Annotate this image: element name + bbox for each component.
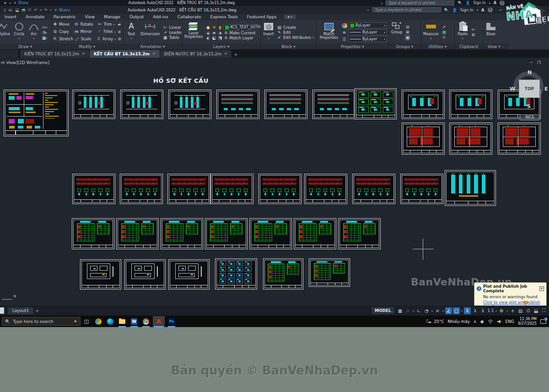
color-wheel-icon[interactable] xyxy=(342,23,347,28)
drawing-sheet[interactable] xyxy=(402,90,445,119)
panel-label-groups[interactable]: Groups▼ xyxy=(389,43,420,49)
redo-dropdown-icon[interactable]: ▾ xyxy=(50,8,51,11)
mirror-button[interactable]: ⋈Mirror xyxy=(74,29,96,34)
stretch-button[interactable]: ⇱Stretch xyxy=(53,37,73,41)
fillet-button[interactable]: ◜Fillet▾ xyxy=(97,29,116,34)
new-file-icon[interactable]: ▯ xyxy=(4,8,6,12)
viewport-control-label[interactable]: m View][2D Wireframe] xyxy=(1,60,49,65)
undo-icon[interactable]: ↶ xyxy=(34,8,37,12)
drawing-sheet[interactable] xyxy=(116,218,159,249)
drawing-sheet[interactable] xyxy=(445,170,496,206)
layer-dropdown[interactable]: KCS_TEXT_SOTHEP ▾ xyxy=(223,24,261,30)
file-tab-close-icon[interactable]: ✕ xyxy=(224,52,227,56)
ribbon-display-toggle[interactable]: ▪ ▾ xyxy=(284,15,296,19)
layer-state-icon-3[interactable]: ⬗ xyxy=(217,31,222,35)
ortho-mode-icon[interactable]: ∟ xyxy=(415,307,422,314)
drawing-sheet[interactable] xyxy=(304,174,347,204)
notification-center-button[interactable] xyxy=(540,319,546,324)
linetype-dropdown[interactable]: ByLayer▾ xyxy=(348,36,387,42)
osnap-tracking-icon[interactable]: ∠ xyxy=(445,307,452,314)
array-button[interactable]: ⠿Array▾ xyxy=(97,37,116,41)
block-edit-button[interactable]: ✎Edit xyxy=(277,30,314,35)
drawing-sheet[interactable] xyxy=(263,258,303,290)
drawing-canvas[interactable]: m View][2D Wireframe] ─ ❐ HỒ SƠ KẾT CẤU … xyxy=(0,58,549,306)
layer-state-icon-1[interactable]: ⬙ xyxy=(205,31,210,35)
move-button[interactable]: ✥Move xyxy=(53,22,73,27)
ribbon-tab-output[interactable]: Output xyxy=(125,14,148,20)
edit-attributes-button[interactable]: ✔Edit Attributes▾ xyxy=(277,35,314,40)
polyline-button[interactable]: Polyline xyxy=(0,21,11,43)
lineweight-icon[interactable]: ≡ xyxy=(342,30,347,35)
save-icon[interactable]: ⬓ xyxy=(15,8,19,12)
match-properties-button[interactable]: Match Properties xyxy=(318,21,340,43)
drawing-sheet[interactable] xyxy=(120,90,163,119)
drawing-sheet[interactable] xyxy=(210,174,253,204)
drawing-sheet[interactable] xyxy=(4,90,69,136)
group-edit-icon[interactable]: ⊞ xyxy=(405,30,410,34)
offset-icon[interactable]: ⊜ xyxy=(117,37,122,41)
copy-button[interactable]: ⧉Copy xyxy=(53,29,73,34)
drawing-sheet[interactable] xyxy=(449,123,492,155)
copilot-button[interactable] xyxy=(92,316,104,327)
drawing-sheet[interactable] xyxy=(449,90,492,119)
drawing-sheet[interactable] xyxy=(161,218,203,249)
layer-state-icon-6[interactable]: ⬔ xyxy=(217,36,222,40)
text-button[interactable]: A Text▾ xyxy=(125,21,138,43)
drawing-sheet[interactable] xyxy=(258,174,301,204)
task-view-button[interactable]: ◫ xyxy=(81,316,92,327)
dimension-button[interactable]: ✳ Dimension xyxy=(140,21,161,43)
drawing-sheet[interactable] xyxy=(249,218,292,249)
drawing-sheet[interactable] xyxy=(309,258,350,287)
base-button[interactable]: Base xyxy=(484,21,497,43)
search-icon-2[interactable]: 🔍 xyxy=(444,8,449,12)
ribbon-tab-add-ins[interactable]: Add-ins xyxy=(148,14,173,20)
viewcube-north[interactable]: N xyxy=(527,70,532,75)
layer-state-icon-4[interactable]: ⬖ xyxy=(205,36,210,40)
help-icon-2[interactable]: ? xyxy=(488,7,493,12)
scale-button[interactable]: ⤢Scale xyxy=(75,37,95,42)
photoshop-button[interactable]: Ps xyxy=(166,316,178,327)
quick-calc-icon[interactable]: ⌸ xyxy=(441,35,447,40)
drawing-sheet[interactable] xyxy=(168,259,210,290)
layer-on-icon[interactable]: ● xyxy=(205,25,210,30)
arc-button[interactable]: Arc▾ xyxy=(27,21,40,43)
layer-state-icon-5[interactable]: ⬕ xyxy=(211,36,216,40)
notification-close-icon[interactable]: ✕ xyxy=(539,286,544,291)
app-store-icon-2[interactable]: A xyxy=(481,8,484,12)
file-tab-close-icon[interactable]: ✕ xyxy=(152,52,156,56)
show-hidden-icons-button[interactable]: ∧ xyxy=(474,319,477,324)
drawing-sheet[interactable] xyxy=(355,88,397,119)
ungroup-icon[interactable]: ⊟ xyxy=(405,25,410,29)
notification-details-link[interactable]: Click to view plot and publish details..… xyxy=(483,300,544,306)
redo-icon[interactable]: ↷ xyxy=(44,8,47,12)
group-button[interactable]: ✦ Group xyxy=(390,21,403,43)
layer-thaw-icon[interactable]: ☀ xyxy=(211,25,216,30)
ribbon-tab-manage[interactable]: Manage xyxy=(99,14,125,20)
autocad-button[interactable]: A xyxy=(152,316,166,327)
open-file-icon[interactable]: 🗁 xyxy=(9,8,13,12)
layer-state-icon-2[interactable]: ⬘ xyxy=(211,31,216,35)
speaker-icon[interactable] xyxy=(497,319,502,324)
ribbon-tab-view[interactable]: View xyxy=(81,14,99,20)
make-current-button[interactable]: Make Current xyxy=(229,31,255,35)
cut-icon[interactable]: ✄ xyxy=(471,27,476,32)
drawing-sheet[interactable] xyxy=(215,258,257,290)
object-snap-icon[interactable]: ▢ xyxy=(453,307,460,314)
search-icon[interactable]: 🔍 xyxy=(458,1,462,5)
weather-icon[interactable]: ☾ xyxy=(425,318,430,324)
quick-select-icon[interactable]: ➚ xyxy=(441,25,447,29)
graphics-performance-icon[interactable]: ⬓ xyxy=(533,307,539,314)
viewport-restore-icon[interactable]: ❐ xyxy=(537,60,541,65)
hatch-tool-icon[interactable]: ▦▾ xyxy=(42,36,47,40)
leader-button[interactable]: ↗Leader▾ xyxy=(163,30,182,35)
sign-in-button[interactable]: Sign In xyxy=(473,1,485,5)
wifi-icon[interactable] xyxy=(488,319,493,324)
clock[interactable]: 11:36 PM 9/27/2025 xyxy=(518,317,537,325)
measure-button[interactable]: Measure▾ xyxy=(422,21,440,43)
undo-dropdown-icon[interactable]: ▾ xyxy=(40,8,41,11)
viewcube-west[interactable]: W xyxy=(510,86,515,92)
color-dropdown[interactable]: ByLayer▾ xyxy=(349,22,387,28)
panel-label-view[interactable]: View▼⌄ xyxy=(483,43,509,49)
match-layer-button[interactable]: Match Layer xyxy=(229,36,253,40)
insert-button[interactable]: Insert▾ xyxy=(262,21,275,43)
